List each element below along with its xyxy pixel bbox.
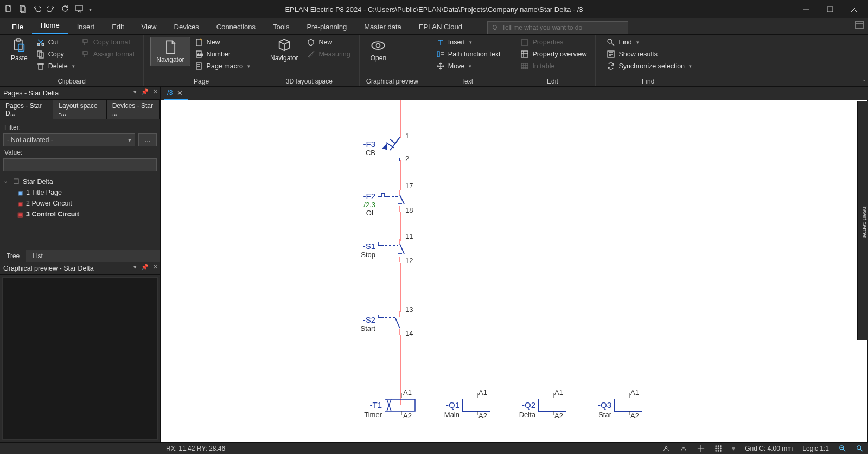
nc-pushbutton-symbol-icon[interactable] [377,239,404,263]
panel-pin-icon[interactable]: 📌 [141,88,149,95]
tree-item-2[interactable]: ▣ 2 Power Circuit [3,198,157,209]
ribbon-collapse-icon[interactable]: ⌃ [861,79,866,85]
qat-more-icon[interactable] [75,4,84,15]
comp-f2-t2: 18 [405,206,413,214]
group-preview-label: Graphical preview [366,76,418,85]
coil-q3-box[interactable] [614,399,642,412]
comp-f2-t1: 17 [405,182,413,190]
value-input[interactable] [3,158,157,171]
snap-object-icon[interactable] [680,445,687,452]
paste-button[interactable]: Paste [7,37,32,63]
svg-text:123: 123 [197,53,203,56]
preview-panel-title: Graphical preview - Star Delta [3,265,94,272]
find-button[interactable]: Find▾ [604,37,694,48]
layout-navigator-button[interactable]: Navigator [266,37,302,63]
comp-s2-t2: 14 [405,329,413,337]
layout-new-button[interactable]: New [304,37,352,48]
bottom-tab-tree[interactable]: Tree [0,250,26,262]
zoom-out-icon[interactable] [839,445,846,452]
chevron-down-icon[interactable]: ▾ [124,136,135,144]
text-move-button[interactable]: Move▾ [434,61,503,72]
svg-rect-23 [521,51,528,57]
qat-new2-icon[interactable] [18,4,27,15]
copy-button[interactable]: Copy [34,49,77,60]
cut-button[interactable]: Cut [34,37,77,48]
window-close[interactable] [842,0,866,18]
tab-home[interactable]: Home [32,18,68,34]
bottom-tab-list[interactable]: List [26,250,49,262]
window-minimize[interactable] [794,0,818,18]
comp-f2-ref: /2.3 [363,201,376,209]
overload-nc-symbol-icon[interactable] [377,190,404,212]
crosshair-icon[interactable] [697,445,705,452]
tab-masterdata[interactable]: Master data [355,20,410,34]
search-box[interactable] [487,21,628,34]
comp-f2-tag: -F2 [363,191,376,201]
page-macro-button[interactable]: Page macro▾ [193,61,252,72]
tree-item-1[interactable]: ▣ 1 Title Page [3,187,157,198]
tab-cloud[interactable]: EPLAN Cloud [410,20,471,34]
layout-toggle-icon[interactable] [855,21,864,29]
no-pushbutton-symbol-icon[interactable] [377,311,404,335]
page-number-button[interactable]: 123Number [193,49,252,60]
status-logic: Logic 1:1 [802,445,829,452]
svg-rect-14 [39,64,43,69]
snap-grid-icon[interactable] [662,445,670,452]
group-edit-label: Edit [516,76,589,85]
tab-view[interactable]: View [133,20,165,34]
pages-panel-title: Pages - Star Delta [3,89,59,97]
svg-rect-3 [76,5,82,11]
qat-chevron-icon[interactable]: ▾ [89,7,92,12]
find-results-button[interactable]: Show results [604,49,694,60]
tree-item-3[interactable]: ▣ 3 Control Circuit [3,209,157,220]
qat-redo-icon[interactable] [47,4,55,15]
preview-open-button[interactable]: Open [366,37,391,63]
search-input[interactable] [502,24,624,31]
tab-insert[interactable]: Insert [68,20,104,34]
tab-preplanning[interactable]: Pre-planning [298,20,355,34]
panel-close-icon[interactable]: ✕ [153,88,158,95]
preview-dropdown-icon[interactable]: ▾ [133,264,137,271]
svg-rect-13 [39,53,43,58]
filter-ellipsis-button[interactable]: ... [138,133,157,146]
window-maximize[interactable] [818,0,842,18]
filter-combo[interactable]: - Not activated - ▾ [3,133,135,146]
edit-overview-button[interactable]: Property overview [518,49,589,60]
delete-button[interactable]: Delete▾ [34,61,77,72]
panel-dropdown-icon[interactable]: ▾ [133,88,137,95]
doc-tab-close-icon[interactable]: ✕ [177,89,183,97]
insert-center-dock[interactable]: Insert center [857,101,868,340]
text-path-button[interactable]: Path function text [434,49,503,60]
document-tab[interactable]: /3 ✕ [164,87,188,100]
coil-t1-tag: -T1 [360,400,382,410]
tab-edit[interactable]: Edit [103,20,132,34]
qat-undo-icon[interactable] [33,4,41,15]
tab-devices[interactable]: Devices [165,20,208,34]
text-insert-button[interactable]: Insert▾ [434,37,503,48]
tab-file[interactable]: File [3,20,32,34]
coil-q1-box[interactable] [462,399,490,412]
preview-pin-icon[interactable]: 📌 [141,264,149,271]
find-sync-button[interactable]: Synchronize selection▾ [604,61,694,72]
panel-tab-pages[interactable]: Pages - Star D... [0,100,53,119]
tab-connections[interactable]: Connections [208,20,264,34]
comp-s1-sub: Stop [361,251,375,259]
tree-root[interactable]: ▿ ☐ Star Delta [3,176,157,187]
zoom-fit-icon[interactable] [856,445,864,452]
grid-dots-icon[interactable] [714,445,722,452]
coil-q2-box[interactable] [538,399,566,412]
preview-close-icon[interactable]: ✕ [153,264,158,271]
page-new-button[interactable]: New [193,37,252,48]
breaker-symbol-icon[interactable] [378,134,403,161]
svg-rect-6 [856,21,863,29]
panel-tab-layout[interactable]: Layout space -... [53,100,106,119]
page-navigator-button[interactable]: Navigator [150,37,190,66]
schematic-canvas[interactable]: -F3 CB 1 2 -F2 /2.3 OL [161,100,868,442]
qat-refresh-icon[interactable] [61,4,69,15]
tab-tools[interactable]: Tools [264,20,298,34]
panel-tab-devices[interactable]: Devices - Star ... [107,100,160,119]
qat-new-icon[interactable] [4,4,13,15]
edit-properties-button: Properties [518,37,589,48]
comp-s2-sub: Start [361,324,375,332]
bulb-icon [491,24,499,31]
